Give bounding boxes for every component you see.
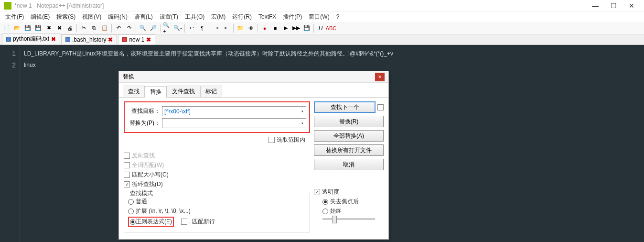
indent-icon[interactable]: ⇥ xyxy=(211,23,221,33)
menu-edit[interactable]: 编辑(E) xyxy=(27,12,53,22)
disk-icon xyxy=(6,37,11,42)
menu-encoding[interactable]: 编码(N) xyxy=(105,12,131,22)
document-tabs: python编码.txt✖ .bash_history✖ new 1✖ xyxy=(0,34,644,45)
mode-normal-label: 普通 xyxy=(136,198,147,206)
menu-window[interactable]: 窗口(W) xyxy=(305,12,333,22)
tab-python[interactable]: python编码.txt✖ xyxy=(2,33,60,44)
tab-find[interactable]: 查找 xyxy=(123,86,145,97)
paste-icon[interactable]: 📋 xyxy=(100,23,109,33)
replace-in-files-button[interactable]: 替换所有打开文件 xyxy=(314,144,384,156)
menu-language[interactable]: 语言(L) xyxy=(131,12,156,22)
close-file-icon[interactable]: ✖ xyxy=(44,23,54,33)
transparency-slider[interactable] xyxy=(322,218,375,220)
print-icon[interactable]: 🖨 xyxy=(65,23,75,33)
tab-close-icon[interactable]: ✖ xyxy=(146,36,151,43)
bold-icon[interactable]: H xyxy=(316,23,325,33)
folder-icon[interactable]: 📁 xyxy=(236,23,245,33)
maximize-button[interactable]: ☐ xyxy=(609,2,618,10)
menu-view[interactable]: 视图(V) xyxy=(79,12,105,22)
close-button[interactable]: ✕ xyxy=(627,2,636,10)
fastfwd-icon[interactable]: ▶▶ xyxy=(291,23,301,33)
menu-help[interactable]: ? xyxy=(333,12,343,21)
search-mode-legend: 查找模式 xyxy=(128,189,155,198)
menu-tools[interactable]: 工具(O) xyxy=(182,12,208,22)
save-all-icon[interactable]: 💾 xyxy=(33,23,43,33)
transparency-checkbox[interactable] xyxy=(314,189,320,195)
code-line: linux xyxy=(24,59,640,71)
wrap-checkbox[interactable] xyxy=(124,181,130,187)
menubar: 文件(F) 编辑(E) 搜索(S) 视图(V) 编码(N) 语言(L) 设置(T… xyxy=(0,11,644,22)
menu-settings[interactable]: 设置(T) xyxy=(156,12,182,22)
menu-file[interactable]: 文件(F) xyxy=(2,12,27,22)
in-selection-checkbox[interactable] xyxy=(268,137,275,143)
stop-icon[interactable]: ■ xyxy=(270,23,280,33)
open-file-icon[interactable]: 📂 xyxy=(12,23,22,33)
app-icon xyxy=(4,2,11,10)
dialog-titlebar: 替换 ✕ xyxy=(119,71,388,83)
replace-button[interactable]: 替换(R) xyxy=(314,116,384,127)
wrap-label: 循环查找(D) xyxy=(132,180,163,188)
new-file-icon[interactable]: 📄 xyxy=(2,23,11,33)
tab-mark[interactable]: 标记 xyxy=(200,86,222,97)
backward-checkbox[interactable] xyxy=(124,153,130,159)
menu-plugins[interactable]: 插件(P) xyxy=(279,12,305,22)
line-number: 1 xyxy=(0,48,16,59)
tab-close-icon[interactable]: ✖ xyxy=(108,36,113,43)
dialog-close-button[interactable]: ✕ xyxy=(375,73,385,81)
toolbar: 📄 📂 💾 💾 ✖ ✖ 🖨 ✂ ⧉ 📋 ↶ ↷ 🔍 🔎 🔍+ 🔍- ↩ ¶ ⇥ … xyxy=(0,22,644,34)
find-label: 查找目标： xyxy=(128,107,160,115)
copy-icon[interactable]: ⧉ xyxy=(89,23,99,33)
tab-close-icon[interactable]: ✖ xyxy=(51,36,56,43)
disk-icon xyxy=(122,37,127,42)
titlebar: *new 1 - Notepad++ [Administrator] — ☐ ✕ xyxy=(0,0,644,11)
tab-findinfiles[interactable]: 文件查找 xyxy=(167,86,200,97)
line-number: 2 xyxy=(0,59,16,71)
dot-newline-checkbox[interactable] xyxy=(181,219,187,225)
highlight-fields: 查找目标： [^\x00-\xff] 替换为(P)： xyxy=(124,101,310,133)
mode-regex-radio[interactable] xyxy=(130,219,136,225)
zoom-out-icon[interactable]: 🔍- xyxy=(173,23,182,33)
spellcheck-icon[interactable]: ABC xyxy=(326,23,336,33)
find-next-checkbox[interactable] xyxy=(377,104,384,110)
replace-icon[interactable]: 🔎 xyxy=(149,23,158,33)
find-icon[interactable]: 🔍 xyxy=(138,23,148,33)
find-next-button[interactable]: 查找下一个 xyxy=(314,101,376,113)
cancel-button[interactable]: 取消 xyxy=(314,159,384,170)
mode-extended-radio[interactable] xyxy=(128,209,134,214)
find-value: [^\x00-\xff] xyxy=(164,108,191,115)
mode-normal-radio[interactable] xyxy=(128,199,134,205)
replace-input[interactable] xyxy=(162,118,306,128)
save-icon[interactable]: 💾 xyxy=(23,23,32,33)
minimize-button[interactable]: — xyxy=(590,2,600,10)
zoom-in-icon[interactable]: 🔍+ xyxy=(162,23,172,33)
undo-icon[interactable]: ↶ xyxy=(114,23,123,33)
matchcase-checkbox[interactable] xyxy=(124,172,130,178)
trans-always-label: 始终 xyxy=(330,207,342,215)
trans-always-radio[interactable] xyxy=(322,209,328,214)
outdent-icon[interactable]: ⇤ xyxy=(222,23,231,33)
wholeword-checkbox[interactable] xyxy=(124,162,130,168)
cut-icon[interactable]: ✂ xyxy=(79,23,88,33)
find-input[interactable]: [^\x00-\xff] xyxy=(162,106,306,116)
record-icon[interactable]: ● xyxy=(260,23,269,33)
play-icon[interactable]: ▶ xyxy=(281,23,290,33)
close-all-icon[interactable]: ✖ xyxy=(54,23,64,33)
window-title: *new 1 - Notepad++ [Administrator] xyxy=(14,2,590,9)
trans-onlose-radio[interactable] xyxy=(322,199,328,205)
menu-textfx[interactable]: TextFX xyxy=(255,12,279,21)
monitor-icon[interactable]: 👁 xyxy=(246,23,256,33)
redo-icon[interactable]: ↷ xyxy=(124,23,134,33)
menu-run[interactable]: 运行(R) xyxy=(229,12,255,22)
tab-label: new 1 xyxy=(129,36,144,43)
tab-bash-history[interactable]: .bash_history✖ xyxy=(61,34,117,44)
replace-dialog: 替换 ✕ 查找 替换 文件查找 标记 查找目标： [^\x00-\xff] 替换… xyxy=(118,71,389,240)
save-macro-icon[interactable]: 💾 xyxy=(302,23,311,33)
replace-all-button[interactable]: 全部替换(A) xyxy=(314,130,384,142)
in-selection-label: 选取范围内 xyxy=(277,136,305,144)
show-all-icon[interactable]: ¶ xyxy=(197,23,207,33)
wrap-icon[interactable]: ↩ xyxy=(187,23,196,33)
tab-new1[interactable]: new 1✖ xyxy=(118,34,155,44)
menu-search[interactable]: 搜索(S) xyxy=(53,12,79,22)
menu-macro[interactable]: 宏(M) xyxy=(208,12,229,22)
tab-replace[interactable]: 替换 xyxy=(145,86,167,98)
